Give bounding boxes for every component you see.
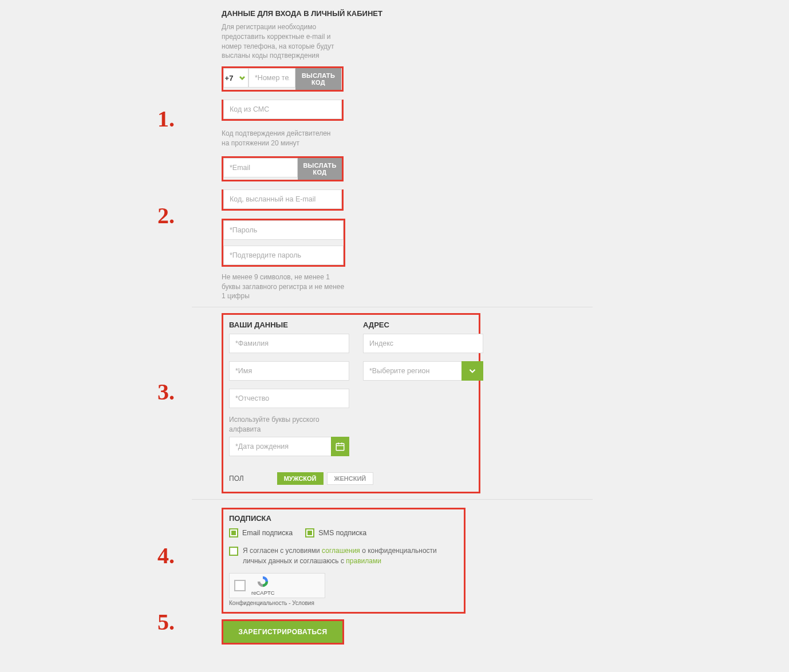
password-hint: Не менее 9 символов, не менее 1 буквы за… bbox=[222, 272, 348, 301]
email-code-block bbox=[222, 189, 344, 211]
sms-subscription-checkbox[interactable] bbox=[305, 528, 314, 537]
step-number-3: 3. bbox=[157, 378, 175, 405]
region-dropdown-button[interactable] bbox=[461, 361, 483, 381]
personal-data-block: ВАШИ ДАННЫЕ Используйте буквы русского а… bbox=[222, 313, 480, 493]
phone-block: +7 ВЫСЛАТЬ КОД bbox=[222, 66, 344, 92]
gender-female-button[interactable]: ЖЕНСКИЙ bbox=[327, 472, 374, 485]
email-subscription-checkbox[interactable] bbox=[229, 528, 238, 537]
sms-code-block bbox=[222, 100, 344, 121]
phone-input[interactable] bbox=[248, 68, 295, 88]
subscription-block: ПОДПИСКА Email подписка SMS подписка Я с… bbox=[222, 508, 465, 614]
address-title: АДРЕС bbox=[363, 321, 483, 329]
register-button-wrap: ЗАРЕГИСТРИРОВАТЬСЯ bbox=[222, 619, 344, 645]
step-number-1: 1. bbox=[157, 105, 175, 132]
phone-prefix-select[interactable]: +7 bbox=[223, 68, 248, 88]
email-code-input[interactable] bbox=[223, 189, 342, 209]
send-email-code-button[interactable]: ВЫСЛАТЬ КОД bbox=[298, 158, 342, 180]
terms-checkbox[interactable] bbox=[229, 547, 238, 556]
alphabet-hint: Используйте буквы русского алфавита bbox=[229, 415, 349, 434]
step-number-2: 2. bbox=[157, 202, 175, 229]
confirm-password-input[interactable] bbox=[223, 246, 344, 265]
gender-male-button[interactable]: МУЖСКОЙ bbox=[277, 472, 324, 485]
rules-link[interactable]: правилами bbox=[346, 557, 381, 565]
step-number-4: 4. bbox=[157, 542, 175, 569]
recaptcha-widget[interactable]: reCAPTC bbox=[229, 573, 325, 598]
chevron-down-icon bbox=[467, 366, 478, 376]
address-column: АДРЕС bbox=[363, 321, 483, 456]
step-number-5: 5. bbox=[157, 608, 175, 635]
subscription-title: ПОДПИСКА bbox=[229, 514, 458, 523]
patronymic-input[interactable] bbox=[229, 389, 349, 408]
calendar-icon bbox=[335, 441, 345, 452]
code-validity-hint: Код подтверждения действителен на протяж… bbox=[222, 129, 336, 148]
agreement-link[interactable]: соглашения bbox=[322, 547, 360, 555]
surname-input[interactable] bbox=[229, 334, 349, 353]
email-input[interactable] bbox=[223, 158, 298, 177]
index-input[interactable] bbox=[363, 334, 483, 353]
email-subscription-label: Email подписка bbox=[242, 529, 293, 537]
password-block bbox=[222, 219, 345, 267]
gender-label: ПОЛ bbox=[229, 475, 244, 483]
register-button[interactable]: ЗАРЕГИСТРИРОВАТЬСЯ bbox=[223, 621, 342, 643]
login-hint: Для регистрации необходимо предоставить … bbox=[222, 22, 348, 61]
personal-title: ВАШИ ДАННЫЕ bbox=[229, 321, 349, 329]
calendar-button[interactable] bbox=[331, 437, 349, 456]
phone-prefix-value: +7 bbox=[225, 74, 234, 82]
email-block: ВЫСЛАТЬ КОД bbox=[222, 156, 344, 181]
password-input[interactable] bbox=[223, 220, 344, 240]
dob-input[interactable] bbox=[229, 437, 331, 456]
recaptcha-footer: Конфиденциальность - Условия bbox=[229, 600, 458, 606]
sms-subscription-label: SMS подписка bbox=[318, 529, 366, 537]
recaptcha-icon bbox=[257, 575, 269, 588]
name-input[interactable] bbox=[229, 361, 349, 381]
recaptcha-checkbox[interactable] bbox=[234, 580, 246, 591]
svg-rect-0 bbox=[336, 444, 344, 450]
personal-column: ВАШИ ДАННЫЕ Используйте буквы русского а… bbox=[229, 321, 349, 456]
region-select[interactable] bbox=[363, 361, 461, 381]
chevron-down-icon bbox=[238, 73, 247, 82]
sms-code-input[interactable] bbox=[223, 100, 342, 119]
recaptcha-label: reCAPTC bbox=[251, 590, 275, 596]
login-section-title: ДАННЫЕ ДЛЯ ВХОДА В ЛИЧНЫЙ КАБИНЕТ bbox=[222, 9, 789, 18]
send-sms-code-button[interactable]: ВЫСЛАТЬ КОД bbox=[295, 68, 341, 90]
terms-text: Я согласен с условиями соглашения о конф… bbox=[243, 545, 458, 566]
